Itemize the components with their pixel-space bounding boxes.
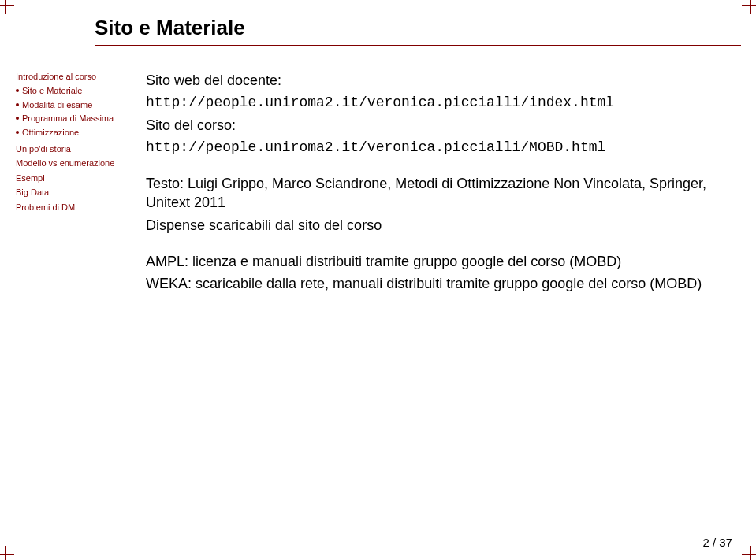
page-number: 2 / 37 bbox=[702, 536, 732, 549]
sidebar-nav: Introduzione al corso Sito e Materiale M… bbox=[8, 71, 122, 552]
main-content: Sito web del docente: http://people.unir… bbox=[122, 71, 748, 552]
nav-problemi-dm[interactable]: Problemi di DM bbox=[16, 202, 122, 213]
nav-esempi[interactable]: Esempi bbox=[16, 172, 122, 184]
textbook-info: Testo: Luigi Grippo, Marco Sciandrone, M… bbox=[146, 174, 724, 213]
handouts-info: Dispense scaricabili dal sito del corso bbox=[146, 216, 724, 235]
nav-big-data[interactable]: Big Data bbox=[16, 187, 122, 198]
site-url[interactable]: http://people.uniroma2.it/veronica.picci… bbox=[146, 93, 724, 112]
site-label: Sito web del docente: bbox=[146, 71, 724, 90]
course-url[interactable]: http://people.uniroma2.it/veronica.picci… bbox=[146, 138, 724, 157]
nav-ottimizzazione[interactable]: Ottimizzazione bbox=[16, 127, 122, 139]
weka-info: WEKA: scaricabile dalla rete, manuali di… bbox=[146, 274, 724, 293]
nav-programma[interactable]: Programma di Massima bbox=[16, 113, 122, 124]
nav-sito-materiale[interactable]: Sito e Materiale bbox=[16, 85, 122, 97]
page-title: Sito e Materiale bbox=[95, 16, 741, 46]
nav-modello-enum[interactable]: Modello vs enumerazione bbox=[16, 158, 122, 169]
nav-storia[interactable]: Un po'di storia bbox=[16, 143, 122, 155]
nav-introduzione[interactable]: Introduzione al corso bbox=[16, 71, 122, 83]
ampl-info: AMPL: licenza e manuali distribuiti tram… bbox=[146, 252, 724, 271]
nav-modalita-esame[interactable]: Modalità di esame bbox=[16, 99, 122, 111]
course-label: Sito del corso: bbox=[146, 116, 724, 135]
